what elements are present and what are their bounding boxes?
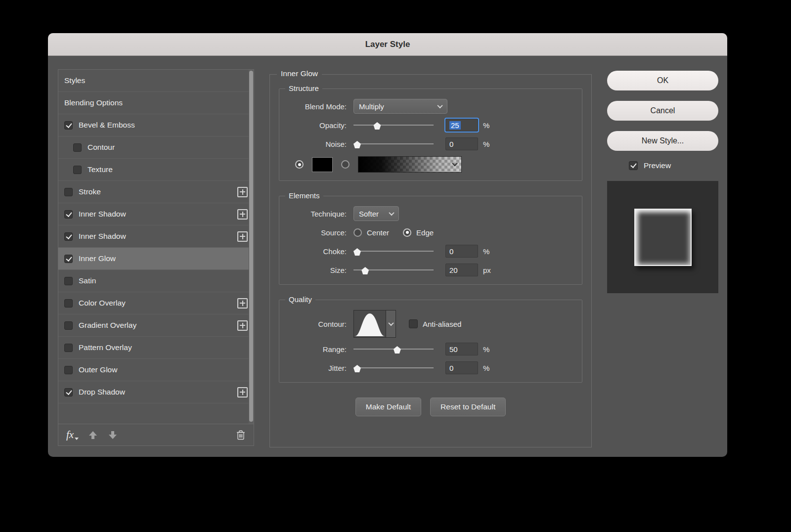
sidebar-item-color-overlay[interactable]: Color Overlay [58,292,254,314]
preview-checkbox[interactable] [629,161,638,170]
jitter-slider-track[interactable] [353,367,434,368]
sidebar-item-inner-shadow-2[interactable]: Inner Shadow [58,225,254,248]
noise-slider-thumb[interactable] [353,141,361,148]
sidebar-item-gradient-overlay[interactable]: Gradient Overlay [58,314,254,337]
add-drop-shadow-icon[interactable] [237,387,248,398]
sidebar-item-stroke[interactable]: Stroke [58,181,254,203]
range-unit: % [483,345,489,354]
action-column: OK Cancel New Style... Preview [607,71,718,293]
jitter-unit: % [483,364,489,372]
opacity-unit: % [483,121,489,130]
solid-color-radio[interactable] [295,160,304,169]
sidebar-item-satin[interactable]: Satin [58,270,254,292]
opacity-slider-thumb[interactable] [373,122,381,130]
gradient-overlay-checkbox[interactable] [64,321,73,330]
sidebar-item-inner-shadow-1[interactable]: Inner Shadow [58,203,254,225]
add-inner-shadow-icon[interactable] [237,209,248,220]
size-label: Size: [286,266,347,274]
source-center-radio[interactable] [353,228,362,237]
inner-shadow-1-checkbox[interactable] [64,210,73,219]
fx-menu-button[interactable]: fx [66,429,78,441]
source-edge-option[interactable]: Edge [403,228,434,237]
choke-slider[interactable] [353,246,445,256]
preview-option[interactable]: Preview [629,161,718,170]
sidebar-footer: fx [58,424,254,445]
source-label: Source: [286,228,347,237]
size-value: 20 [449,266,458,274]
size-unit: px [483,266,491,274]
opacity-slider-track[interactable] [353,125,434,126]
jitter-slider-thumb[interactable] [353,365,361,372]
contour-checkbox[interactable] [73,143,82,152]
sidebar-item-contour[interactable]: Contour [58,136,254,159]
outer-glow-checkbox[interactable] [64,366,73,374]
choke-slider-thumb[interactable] [353,248,361,256]
source-edge-radio[interactable] [403,228,411,237]
delete-effect-button[interactable] [236,430,246,441]
move-effect-up-icon[interactable] [88,430,97,440]
opacity-slider[interactable] [353,120,445,130]
sidebar-item-pattern-overlay[interactable]: Pattern Overlay [58,337,254,359]
noise-slider-track[interactable] [353,143,434,144]
sidebar-item-texture[interactable]: Texture [58,159,254,181]
anti-aliased-option[interactable]: Anti-aliased [409,319,461,328]
texture-checkbox[interactable] [73,166,82,174]
move-effect-down-icon[interactable] [108,430,117,440]
gradient-picker[interactable] [358,156,462,173]
sidebar-item-outer-glow[interactable]: Outer Glow [58,359,254,381]
choke-input[interactable]: 0 [445,245,478,258]
drop-shadow-checkbox[interactable] [64,388,73,397]
sidebar-item-blending-options[interactable]: Blending Options [58,92,254,114]
sidebar-item-drop-shadow[interactable]: Drop Shadow [58,381,254,403]
noise-slider[interactable] [353,139,445,149]
gradient-radio[interactable] [341,160,350,169]
size-slider-thumb[interactable] [361,267,369,274]
sidebar-scrollbar-thumb[interactable] [249,71,253,422]
jitter-slider[interactable] [353,363,445,373]
reset-to-default-button[interactable]: Reset to Default [430,398,506,416]
range-slider[interactable] [353,344,445,354]
inner-shadow-2-checkbox[interactable] [64,232,73,241]
blend-mode-label: Blend Mode: [286,102,347,111]
range-slider-thumb[interactable] [394,346,401,354]
jitter-input[interactable]: 0 [445,361,478,374]
source-center-option[interactable]: Center [353,228,389,237]
new-style-button[interactable]: New Style... [607,131,718,151]
size-slider[interactable] [353,265,445,275]
range-input[interactable]: 50 [445,343,478,355]
sidebar-scrollbar[interactable] [249,70,254,424]
ok-button[interactable]: OK [607,71,718,90]
size-input[interactable]: 20 [445,264,478,276]
style-preview-panel [607,181,718,293]
add-inner-shadow-icon[interactable] [237,231,248,242]
glow-color-swatch[interactable] [312,157,333,172]
bevel-emboss-checkbox[interactable] [64,121,73,130]
contour-dropdown-button[interactable] [386,310,396,338]
noise-input[interactable]: 0 [445,137,478,150]
make-default-button[interactable]: Make Default [355,398,421,416]
sidebar-item-label: Inner Glow [79,254,116,263]
sidebar-item-label: Drop Shadow [79,388,125,397]
contour-picker[interactable] [353,310,396,338]
inner-glow-checkbox[interactable] [64,255,73,263]
choke-slider-track[interactable] [353,251,434,252]
blend-mode-select[interactable]: Multiply [353,99,447,114]
sidebar-item-label: Pattern Overlay [79,343,132,352]
add-color-overlay-icon[interactable] [237,298,248,309]
opacity-input[interactable]: 25 [445,119,478,132]
contour-label: Contour: [286,320,347,328]
color-overlay-checkbox[interactable] [64,299,73,308]
pattern-overlay-checkbox[interactable] [64,344,73,352]
satin-checkbox[interactable] [64,277,73,285]
sidebar-item-bevel-emboss[interactable]: Bevel & Emboss [58,114,254,136]
chevron-down-icon [388,320,394,326]
sidebar-item-styles[interactable]: Styles [58,70,254,92]
anti-aliased-checkbox[interactable] [409,319,418,328]
add-stroke-icon[interactable] [237,187,248,197]
cancel-button[interactable]: Cancel [607,101,718,121]
add-gradient-overlay-icon[interactable] [237,320,248,331]
technique-select[interactable]: Softer [353,206,399,221]
stroke-checkbox[interactable] [64,188,73,196]
sidebar-item-inner-glow[interactable]: Inner Glow [58,248,254,270]
choke-unit: % [483,247,489,256]
